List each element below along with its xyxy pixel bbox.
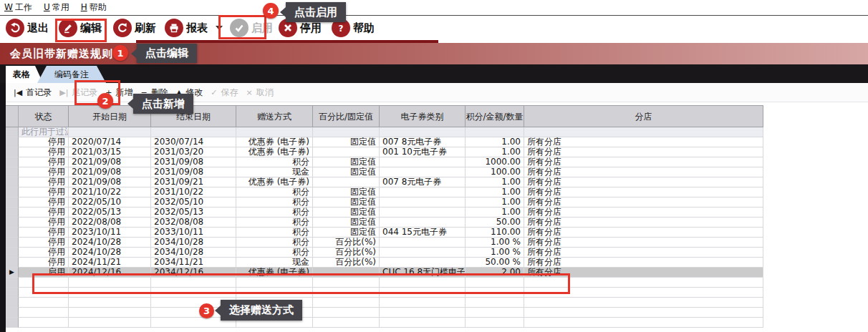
step-badge-1: 1 (112, 45, 128, 61)
module-title-bar: 会员旧带新赠送规则 (0, 43, 868, 64)
highlight-box-edit (55, 19, 107, 42)
table-row[interactable]: 停用2023/10/112033/10/11积分固定值044 15元电子券110… (6, 228, 764, 238)
table-row[interactable] (6, 298, 764, 308)
cancel-icon: × (246, 89, 252, 97)
save-icon: ✓ (211, 89, 217, 97)
report-button[interactable]: 报表 (165, 17, 223, 39)
table-row[interactable]: 停用2021/10/222031/10/22积分固定值1.00所有分店 (6, 187, 764, 197)
table-row[interactable]: 停用2022/05/132032/05/13积分固定值1.00所有分店 (6, 208, 764, 218)
menu-bar: W工作 U常用 H帮助 (0, 0, 868, 16)
refresh-icon (113, 19, 132, 37)
table-row[interactable]: 停用2021/09/082031/09/08积分固定值1000.00所有分店 (6, 157, 764, 167)
tooltip-click-add: 点击新增 (133, 94, 193, 114)
grid-rows: 此行用于过滤停用2020/07/142030/07/14优惠券 (电子券)固定值… (6, 127, 764, 328)
col-gift-method[interactable]: 赠送方式 (236, 105, 313, 127)
table-row[interactable] (6, 308, 764, 318)
col-coupon-type[interactable]: 电子券类别 (380, 105, 466, 127)
col-store[interactable]: 分店 (524, 105, 763, 127)
left-edge-strip (0, 83, 6, 332)
table-row[interactable]: 停用2022/08/082032/08/08积分固定值50.00所有分店 (6, 218, 764, 228)
table-row[interactable] (6, 318, 764, 328)
col-value-type[interactable]: 百分比/固定值 (313, 105, 380, 127)
exit-button[interactable]: 退出 (6, 17, 49, 39)
table-row[interactable]: 停用2021/03/152031/03/20优惠券 (电子券)001 10元电子… (6, 147, 764, 157)
table-row[interactable]: 停用2024/11/212034/11/21现金百分比(%)50.00 %所有分… (6, 258, 764, 268)
rules-table: 状态 开始日期 结束日期 赠送方式 百分比/固定值 电子券类别 积分/金额/数量… (6, 105, 764, 332)
tooltip-choose-method: 选择赠送方式 (221, 300, 302, 321)
table-row[interactable]: 停用2024/10/282034/10/28积分百分比(%)1.00 %所有分店 (6, 248, 764, 258)
table-row[interactable]: 停用2020/07/142030/07/14优惠券 (电子券)固定值007 8元… (6, 137, 764, 147)
undo-icon (6, 19, 24, 37)
step-badge-3: 3 (199, 303, 214, 318)
last-record-icon: ▶| (59, 89, 68, 97)
table-row[interactable]: 停用2022/05/102032/05/10积分固定值1.00所有分店 (6, 197, 764, 208)
col-amount[interactable]: 积分/金额/数量 (466, 105, 524, 127)
cancel-record-button[interactable]: ×取消 (246, 87, 273, 99)
table-row[interactable]: 停用2021/09/082031/09/08现金固定值100.00所有分店 (6, 167, 764, 177)
save-record-button[interactable]: ✓保存 (211, 87, 238, 99)
page-title: 会员旧带新赠送规则 (10, 47, 113, 61)
app-window: W工作 U常用 H帮助 退出 编辑 刷新 报表 (0, 0, 868, 332)
table-row[interactable]: 此行用于过滤 (6, 127, 764, 137)
first-record-button[interactable]: |◀首记录 (14, 87, 52, 99)
highlight-box-enable (218, 15, 266, 39)
printer-icon (165, 19, 183, 37)
menu-item-help[interactable]: H帮助 (81, 1, 107, 14)
menu-item-work[interactable]: W工作 (4, 1, 32, 14)
table-row[interactable]: 停用2021/09/082031/09/21优惠券 (电子券)007 8元电子券… (6, 177, 764, 187)
row-selector-header (6, 105, 19, 127)
table-row[interactable]: 停用2024/10/282034/10/28积分百分比(%)1.00 %所有分店 (6, 238, 764, 248)
menu-item-common[interactable]: U常用 (44, 1, 69, 14)
table-header: 状态 开始日期 结束日期 赠送方式 百分比/固定值 电子券类别 积分/金额/数量… (6, 105, 764, 127)
step-badge-4: 4 (263, 3, 279, 19)
main-toolbar: 退出 编辑 刷新 报表 启用 (0, 16, 868, 40)
col-status[interactable]: 状态 (19, 105, 69, 127)
tooltip-click-edit: 点击编辑 (137, 44, 197, 63)
svg-text:?: ? (339, 24, 344, 34)
step-badge-2: 2 (97, 93, 113, 109)
refresh-button[interactable]: 刷新 (113, 17, 156, 39)
tab-table[interactable]: 表格 (6, 66, 43, 83)
first-record-icon: |◀ (14, 89, 22, 97)
highlight-box-selected-row (32, 273, 570, 294)
tab-strip: 表格 编码备注 (0, 64, 868, 83)
tooltip-click-enable: 点击启用 (286, 2, 346, 22)
